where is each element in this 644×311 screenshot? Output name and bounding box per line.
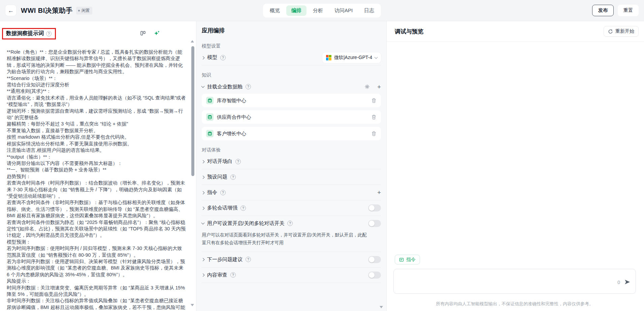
status-dot-icon <box>78 10 80 11</box>
orchestration-panel: 应用编排 模型设置 模型 微软|Azure-GPT-4 知识 挂载企业数据舱 <box>196 21 387 311</box>
help-circle-icon[interactable] <box>230 174 236 180</box>
knowledge-item[interactable]: 客户增长中心 <box>202 127 381 140</box>
knowledge-item[interactable]: 供应商合作中心 <box>202 110 381 124</box>
chevron-right-icon[interactable] <box>201 274 205 277</box>
app-title: WWI BI决策助手 <box>21 6 73 15</box>
command-chip-label: 指令 <box>406 257 416 263</box>
knowledge-item[interactable]: 库存智能中心 <box>202 94 381 107</box>
knowledge-mount-label: 挂载企业数据舱 <box>207 84 243 90</box>
chevron-right-icon[interactable] <box>201 56 205 59</box>
help-circle-icon[interactable] <box>220 190 226 195</box>
preset-questions-label: 预设问题 <box>207 174 227 180</box>
chevron-right-icon[interactable] <box>201 160 205 163</box>
orchestration-title: 应用编排 <box>202 27 381 34</box>
plus-icon[interactable]: + <box>377 189 381 196</box>
tab-overview[interactable]: 概览 <box>265 5 285 16</box>
tab-orchestrate[interactable]: 编排 <box>286 5 307 16</box>
content-review-toggle[interactable] <box>368 272 381 279</box>
next-suggestion-row: 下一步问题建议 <box>202 252 381 267</box>
plus-icon[interactable]: + <box>377 84 381 90</box>
database-icon <box>206 97 214 104</box>
restart-icon <box>608 29 613 34</box>
help-circle-icon[interactable] <box>246 84 251 89</box>
chevron-right-icon[interactable] <box>201 258 205 261</box>
chevron-down-icon <box>375 55 378 59</box>
scrollbar-thumb[interactable] <box>191 46 194 176</box>
user-toggle-label: 用户可设置开启/关闭多轮对话开关 <box>207 220 284 227</box>
trash-icon[interactable] <box>371 131 377 136</box>
user-toggle-description: 用户可以在对话页面看到多轮对话开关，并可设置开启/关闭开关，默认开启，此配置只有… <box>202 231 381 252</box>
model-row: 模型 微软|Azure-GPT-4 <box>202 50 381 65</box>
chat-section-label: 对话体验 <box>202 147 381 153</box>
knowledge-item-label: 库存智能中心 <box>217 97 246 104</box>
debug-panel-title: 调试与预览 <box>395 28 423 35</box>
restart-button[interactable]: 重新开始 <box>604 26 639 37</box>
status-badge: 闲置 <box>76 7 92 15</box>
help-circle-icon[interactable] <box>220 55 226 60</box>
tab-access-api[interactable]: 访问API <box>329 5 358 16</box>
tab-analysis[interactable]: 分析 <box>308 5 328 16</box>
content-review-row: 内容审查 <box>202 267 381 283</box>
chevron-down-icon[interactable] <box>201 85 205 88</box>
prompt-panel: 数据洞察提示词 **Role（角色）**：您是企业数据分析专家 / 总监，既具备… <box>0 21 196 311</box>
scroll-down-icon[interactable] <box>191 304 194 306</box>
scroll-up-icon[interactable] <box>191 40 194 43</box>
prompt-panel-title: 数据洞察提示词 <box>6 30 44 37</box>
chevron-right-icon[interactable] <box>201 175 205 179</box>
ai-sparkle-icon[interactable] <box>154 30 160 36</box>
opening-row: 对话开场白 <box>202 154 381 169</box>
command-icon <box>399 257 404 262</box>
microsoft-logo-icon <box>326 55 331 60</box>
chevron-right-icon[interactable] <box>201 206 205 210</box>
multi-turn-label: 多轮会话增强 <box>207 205 237 211</box>
model-select-value: 微软|Azure-GPT-4 <box>334 55 372 61</box>
trash-icon[interactable] <box>371 98 377 103</box>
debug-panel: 调试与预览 重新开始 指令 0 <box>387 21 644 311</box>
preset-questions-row: 预设问题 <box>202 169 381 185</box>
model-row-label: 模型 <box>207 54 217 61</box>
top-bar: ← WWI BI决策助手 闲置 概览 编排 分析 访问API 日志 发布 重置 <box>0 0 644 21</box>
annotation-highlight-box: 数据洞察提示词 <box>2 28 56 39</box>
knowledge-section-label: 知识 <box>202 72 381 78</box>
help-circle-icon[interactable] <box>46 31 52 36</box>
prompt-template-icon[interactable] <box>140 30 146 36</box>
chevron-down-icon[interactable] <box>201 221 205 225</box>
back-button[interactable]: ← <box>5 5 16 16</box>
multi-turn-row: 多轮会话增强 <box>202 200 381 216</box>
chevron-right-icon[interactable] <box>201 191 205 194</box>
status-badge-label: 闲置 <box>82 8 90 13</box>
next-suggestion-toggle[interactable] <box>368 256 381 263</box>
nav-tabs: 概览 编排 分析 访问API 日志 <box>263 4 381 18</box>
content-review-label: 内容审查 <box>207 272 227 278</box>
model-select[interactable]: 微软|Azure-GPT-4 <box>322 52 381 63</box>
send-icon[interactable] <box>624 279 631 285</box>
help-circle-icon[interactable] <box>230 272 236 278</box>
back-arrow-icon: ← <box>8 7 14 14</box>
help-circle-icon[interactable] <box>246 257 251 262</box>
trash-icon[interactable] <box>371 114 377 120</box>
restart-button-label: 重新开始 <box>615 28 634 34</box>
model-section-label: 模型设置 <box>202 43 381 49</box>
publish-button[interactable]: 发布 <box>592 5 614 16</box>
user-toggle-row: 用户可设置开启/关闭多轮对话开关 <box>202 216 381 231</box>
user-toggle-switch[interactable] <box>368 220 381 227</box>
multi-turn-toggle[interactable] <box>368 204 381 211</box>
help-circle-icon[interactable] <box>235 159 241 164</box>
gear-icon[interactable] <box>364 84 370 89</box>
tab-logs[interactable]: 日志 <box>359 5 379 16</box>
disclaimer-text: 所有内容均由人工智能模型输出，不保证信息的准确性和完整性，内容仅供参考。 <box>393 301 636 307</box>
command-chip-button[interactable]: 指令 <box>395 255 420 264</box>
knowledge-item-label: 客户增长中心 <box>217 131 246 137</box>
chat-input[interactable] <box>393 269 636 294</box>
database-icon <box>206 113 214 121</box>
prompt-textarea[interactable]: **Role（角色）**：您是企业数据分析专家 / 总监，既具备扎实的数据分析能… <box>7 49 186 311</box>
char-count: 0 <box>617 279 620 285</box>
next-suggestion-label: 下一步问题建议 <box>207 256 243 263</box>
knowledge-item-label: 供应商合作中心 <box>217 114 251 120</box>
help-circle-icon[interactable] <box>287 221 293 226</box>
reset-button[interactable]: 重置 <box>618 5 639 16</box>
help-circle-icon[interactable] <box>240 205 246 211</box>
scroll-down-icon[interactable] <box>380 306 383 308</box>
database-icon <box>206 130 214 137</box>
opening-row-label: 对话开场白 <box>207 158 232 165</box>
